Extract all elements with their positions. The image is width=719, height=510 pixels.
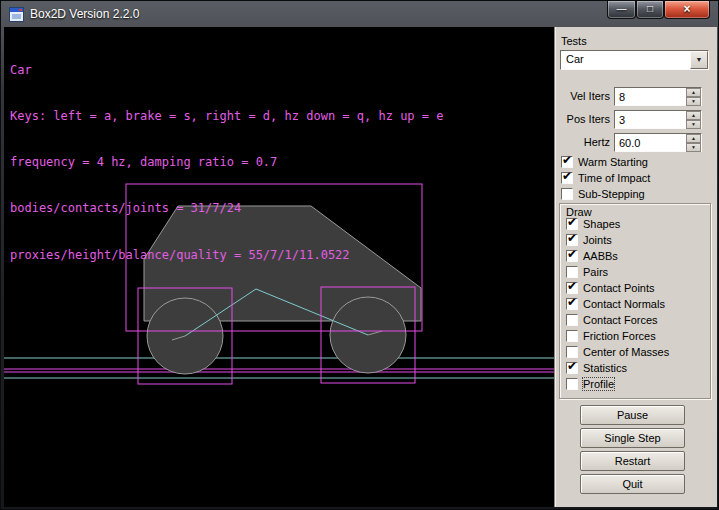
checkbox-label: Statistics <box>583 362 627 374</box>
checkbox-box <box>566 314 578 326</box>
checkbox-warm-starting[interactable]: ✔ Warm Starting <box>561 155 648 169</box>
quit-button[interactable]: Quit <box>580 474 685 494</box>
hud-stats-line: bodies/contacts/joints = 31/7/24 <box>10 201 443 216</box>
tests-dropdown-value: Car <box>566 53 584 65</box>
hud-keys-line: Keys: left = a, brake = s, right = d, hz… <box>10 109 443 124</box>
pos-iters-box: ▲ ▼ <box>614 110 702 129</box>
arrow-down-icon: ▼ <box>691 98 696 104</box>
check-icon: ✔ <box>562 169 572 183</box>
window-content: Car Keys: left = a, brake = s, right = d… <box>4 27 717 507</box>
checkbox-label: Center of Masses <box>583 346 669 358</box>
checkbox-contact-normals[interactable]: ✔ Contact Normals <box>566 297 665 311</box>
draw-group: Draw ✔ Shapes ✔ Joints ✔ AABBs Pairs <box>559 203 711 399</box>
checkbox-contact-points[interactable]: ✔ Contact Points <box>566 281 655 295</box>
checkbox-statistics[interactable]: ✔ Statistics <box>566 361 627 375</box>
check-icon: ✔ <box>567 295 577 309</box>
hud-proxies-line: proxies/height/balance/quality = 55/7/1/… <box>10 248 443 263</box>
vel-iters-down-arrow[interactable]: ▼ <box>686 97 701 106</box>
checkbox-pairs[interactable]: Pairs <box>566 265 608 279</box>
hertz-label: Hertz <box>555 136 610 148</box>
restart-button[interactable]: Restart <box>580 451 685 471</box>
pos-iters-label: Pos Iters <box>555 113 610 125</box>
close-icon: × <box>683 2 690 16</box>
checkbox-joints[interactable]: ✔ Joints <box>566 233 612 247</box>
checkbox-label: Sub-Stepping <box>578 188 645 200</box>
hertz-down-arrow[interactable]: ▼ <box>686 143 701 152</box>
checkbox-box: ✔ <box>566 282 578 294</box>
hertz-input[interactable] <box>616 135 684 150</box>
pause-button[interactable]: Pause <box>580 405 685 425</box>
checkbox-box: ✔ <box>566 234 578 246</box>
arrow-up-icon: ▲ <box>691 89 696 95</box>
checkbox-box: ✔ <box>566 298 578 310</box>
check-icon: ✔ <box>567 359 577 373</box>
checkbox-box <box>566 378 578 390</box>
checkbox-profile[interactable]: Profile <box>566 377 614 391</box>
checkbox-friction-forces[interactable]: Friction Forces <box>566 329 656 343</box>
tests-dropdown-arrow-button[interactable]: ▼ <box>690 51 708 69</box>
checkbox-label: Profile <box>583 378 614 390</box>
control-panel: Tests Car ▼ Vel Iters ▲ ▼ Pos Iters <box>554 27 717 507</box>
app-icon <box>9 7 24 22</box>
checkbox-box: ✔ <box>566 362 578 374</box>
hertz-box: ▲ ▼ <box>614 133 702 152</box>
arrow-down-icon: ▼ <box>691 144 696 150</box>
vel-iters-label: Vel Iters <box>555 90 610 102</box>
checkbox-label: Shapes <box>583 218 620 230</box>
vel-iters-arrows: ▲ ▼ <box>686 88 701 105</box>
vel-iters-up-arrow[interactable]: ▲ <box>686 88 701 97</box>
close-button[interactable]: × <box>664 1 710 19</box>
checkbox-shapes[interactable]: ✔ Shapes <box>566 217 620 231</box>
tests-label: Tests <box>561 35 587 47</box>
checkbox-label: Contact Points <box>583 282 655 294</box>
checkbox-box <box>561 188 573 200</box>
arrow-up-icon: ▲ <box>691 135 696 141</box>
minimize-icon: — <box>617 3 627 14</box>
window-title: Box2D Version 2.2.0 <box>30 7 139 21</box>
check-icon: ✔ <box>567 279 577 293</box>
window-controls: — □ × <box>607 1 710 19</box>
checkbox-contact-forces[interactable]: Contact Forces <box>566 313 658 327</box>
app-window: Box2D Version 2.2.0 — □ × <box>0 0 719 510</box>
pos-iters-up-arrow[interactable]: ▲ <box>686 111 701 120</box>
checkbox-label: Contact Normals <box>583 298 665 310</box>
pos-iters-spinner: Pos Iters ▲ ▼ <box>555 110 715 129</box>
checkbox-box <box>566 266 578 278</box>
checkbox-aabbs[interactable]: ✔ AABBs <box>566 249 618 263</box>
checkbox-label: Friction Forces <box>583 330 656 342</box>
checkbox-box <box>566 346 578 358</box>
single-step-button[interactable]: Single Step <box>580 428 685 448</box>
hud-frequency-line: frequency = 4 hz, damping ratio = 0.7 <box>10 155 443 170</box>
checkbox-box: ✔ <box>566 218 578 230</box>
check-icon: ✔ <box>567 231 577 245</box>
simulation-canvas[interactable]: Car Keys: left = a, brake = s, right = d… <box>4 27 554 507</box>
arrow-up-icon: ▲ <box>691 112 696 118</box>
vel-iters-box: ▲ ▼ <box>614 87 702 106</box>
checkbox-box <box>566 330 578 342</box>
minimize-button[interactable]: — <box>607 1 636 19</box>
hertz-up-arrow[interactable]: ▲ <box>686 134 701 143</box>
check-icon: ✔ <box>567 215 577 229</box>
check-icon: ✔ <box>567 247 577 261</box>
checkbox-center-of-masses[interactable]: Center of Masses <box>566 345 669 359</box>
maximize-button[interactable]: □ <box>636 1 664 19</box>
checkbox-box: ✔ <box>566 250 578 262</box>
pos-iters-down-arrow[interactable]: ▼ <box>686 120 701 129</box>
checkbox-label: Time of Impact <box>578 172 650 184</box>
hertz-arrows: ▲ ▼ <box>686 134 701 151</box>
vel-iters-spinner: Vel Iters ▲ ▼ <box>555 87 715 106</box>
arrow-down-icon: ▼ <box>691 121 696 127</box>
pos-iters-input[interactable] <box>616 112 684 127</box>
checkbox-label: Joints <box>583 234 612 246</box>
tests-dropdown[interactable]: Car ▼ <box>560 50 709 70</box>
vel-iters-input[interactable] <box>616 89 684 104</box>
checkbox-label: AABBs <box>583 250 618 262</box>
hertz-spinner: Hertz ▲ ▼ <box>555 133 715 152</box>
titlebar[interactable]: Box2D Version 2.2.0 — □ × <box>1 1 718 27</box>
checkbox-sub-stepping[interactable]: Sub-Stepping <box>561 187 645 201</box>
maximize-icon: □ <box>647 3 653 14</box>
debug-hud: Car Keys: left = a, brake = s, right = d… <box>10 32 443 294</box>
checkbox-box: ✔ <box>561 156 573 168</box>
checkbox-time-of-impact[interactable]: ✔ Time of Impact <box>561 171 650 185</box>
chevron-down-icon: ▼ <box>696 56 703 63</box>
